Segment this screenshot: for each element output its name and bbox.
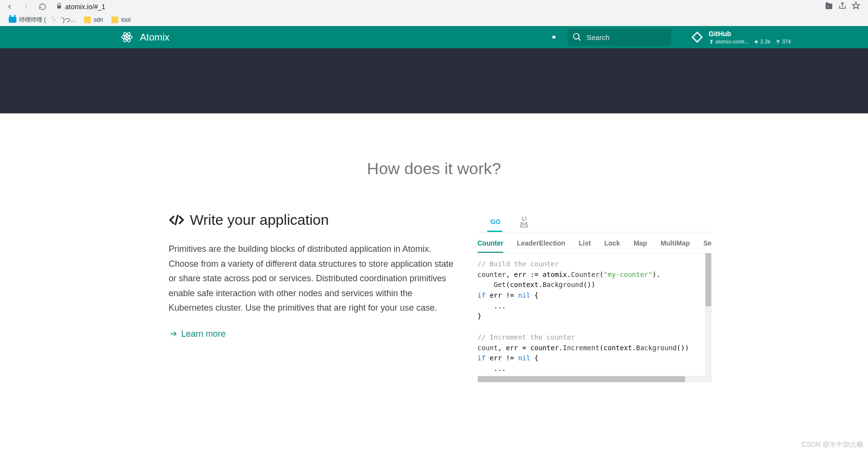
go-logo-icon: GO <box>489 217 501 225</box>
translate-icon[interactable] <box>825 1 833 12</box>
tab-multimap[interactable]: MultiMap <box>661 239 690 253</box>
svg-point-4 <box>552 36 555 39</box>
code-icon <box>169 212 184 228</box>
bilibili-icon <box>9 17 16 23</box>
lang-tab-java[interactable] <box>517 212 531 232</box>
folder-icon <box>84 16 91 23</box>
github-title: GitHub <box>709 30 791 38</box>
subsection-heading: Write your application <box>169 212 458 228</box>
search-icon <box>572 32 582 42</box>
back-button[interactable] <box>3 0 16 14</box>
lang-tab-go[interactable]: GO <box>487 212 503 232</box>
subsection-body: Primitives are the building blocks of di… <box>169 242 458 315</box>
code-panel: GO Counter LeaderElection List Lock Map … <box>478 212 712 383</box>
reload-button[interactable] <box>36 0 49 14</box>
theme-toggle[interactable] <box>545 28 563 46</box>
brand-text: Atomix <box>140 32 169 43</box>
bookmark-bilibili[interactable]: 哔哩哔哩 ( ゜- ゜)つ... <box>9 16 75 24</box>
tab-list[interactable]: List <box>579 239 591 253</box>
scroll-corner <box>705 376 712 383</box>
brightness-icon <box>549 32 559 42</box>
horizontal-scroll-thumb[interactable] <box>478 376 685 382</box>
search-box[interactable]: Search <box>567 28 671 46</box>
address-bar[interactable]: atomix.io/#_1 <box>52 3 822 11</box>
code-block-wrapper: // Build the counter counter, err := ato… <box>478 253 712 383</box>
address-row: atomix.io/#_1 <box>0 0 868 14</box>
github-repo: atomix-contr... <box>709 39 749 44</box>
forward-button[interactable] <box>19 0 33 14</box>
java-logo-icon <box>519 216 529 228</box>
primitive-tabs: Counter LeaderElection List Lock Map Mul… <box>478 233 712 253</box>
tab-leaderelection[interactable]: LeaderElection <box>517 239 565 253</box>
lock-icon <box>56 3 62 11</box>
star-icon[interactable] <box>852 1 860 12</box>
tab-map[interactable]: Map <box>634 239 647 253</box>
browser-chrome: atomix.io/#_1 哔哩哔哩 ( ゜- ゜)つ... sdn tool <box>0 0 868 26</box>
url-text: atomix.io/#_1 <box>65 3 105 11</box>
arrow-right-icon <box>169 329 178 338</box>
brand[interactable]: Atomix <box>121 31 169 43</box>
atom-icon <box>121 31 133 43</box>
github-stars: 2.3k <box>754 39 771 44</box>
main-content: How does it work? Write your application… <box>169 159 700 402</box>
chrome-actions <box>825 1 865 12</box>
bookmark-sdn[interactable]: sdn <box>84 16 103 23</box>
vertical-scroll-thumb[interactable] <box>705 253 711 306</box>
hero-band <box>0 48 868 113</box>
github-meta: GitHub atomix-contr... 2.3k 374 <box>709 30 791 44</box>
tab-lock[interactable]: Lock <box>604 239 620 253</box>
section-title: How does it work? <box>169 159 700 178</box>
search-placeholder: Search <box>587 33 610 41</box>
github-icon <box>690 30 704 44</box>
horizontal-scrollbar[interactable] <box>478 376 705 383</box>
vertical-scrollbar[interactable] <box>705 253 712 376</box>
tab-counter[interactable]: Counter <box>478 239 504 253</box>
share-icon[interactable] <box>838 1 847 12</box>
site-header: Atomix Search GitHub atomix-contr... 2.3… <box>0 26 868 48</box>
github-forks: 374 <box>775 39 791 44</box>
bookmarks-bar: 哔哩哔哩 ( ゜- ゜)つ... sdn tool <box>0 14 868 26</box>
language-tabs: GO <box>478 212 712 233</box>
tab-set[interactable]: Se <box>703 239 712 253</box>
svg-point-0 <box>126 36 127 38</box>
bookmark-tool[interactable]: tool <box>111 16 130 23</box>
github-link[interactable]: GitHub atomix-contr... 2.3k 374 <box>690 30 791 44</box>
folder-icon <box>111 16 118 23</box>
code-block[interactable]: // Build the counter counter, err := ato… <box>478 253 712 383</box>
learn-more-link[interactable]: Learn more <box>169 329 226 339</box>
left-column: Write your application Primitives are th… <box>169 212 458 383</box>
